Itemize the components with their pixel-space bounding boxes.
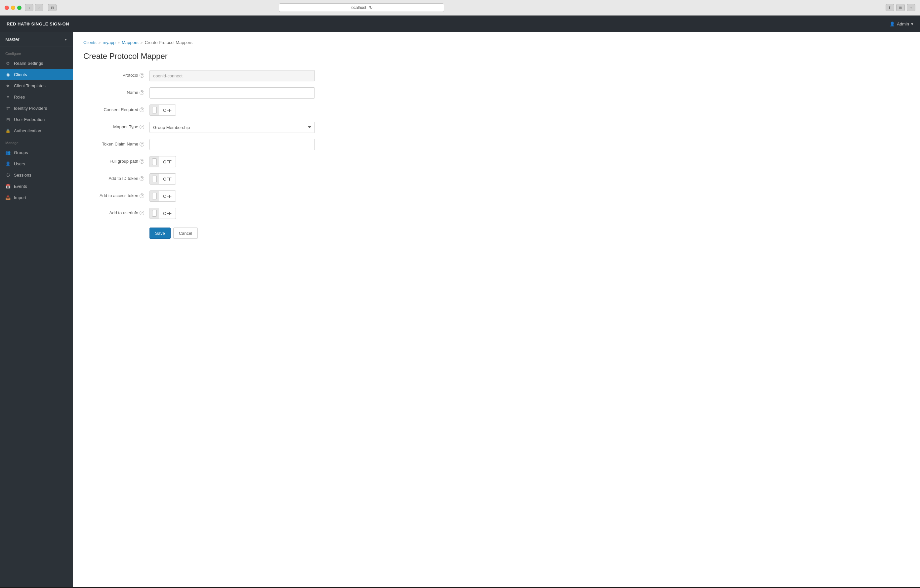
save-button[interactable]: Save — [149, 228, 171, 239]
forward-button[interactable]: › — [35, 4, 43, 11]
breadcrumb-sep-3: » — [141, 40, 143, 45]
manage-section-label: Manage — [0, 136, 73, 147]
sidebar-item-sessions[interactable]: ⏱ Sessions — [0, 169, 73, 181]
sidebar-item-client-templates[interactable]: ❖ Client Templates — [0, 80, 73, 91]
token-claim-name-input[interactable] — [149, 139, 315, 150]
user-chevron-icon: ▾ — [911, 21, 914, 26]
share-button[interactable]: ⬆ — [886, 4, 894, 11]
breadcrumb-mappers[interactable]: Mappers — [122, 40, 139, 45]
user-icon: 👤 — [889, 21, 895, 26]
close-button[interactable] — [5, 6, 9, 10]
add-to-userinfo-row: Add to userinfo ? OFF — [83, 208, 315, 220]
sessions-icon: ⏱ — [5, 172, 11, 178]
breadcrumb-sep-1: » — [99, 40, 101, 45]
toggle-knob — [150, 105, 159, 115]
consent-required-help-icon[interactable]: ? — [139, 107, 144, 112]
sidebar-item-roles[interactable]: ≡ Roles — [0, 91, 73, 102]
sidebar-item-label: Identity Providers — [14, 106, 47, 111]
tab-button[interactable]: ⊞ — [896, 4, 905, 11]
breadcrumb: Clients » myapp » Mappers » Create Proto… — [83, 40, 909, 45]
button-row: Save Cancel — [83, 228, 315, 239]
add-to-id-token-label: Add to ID token ? — [83, 173, 149, 181]
sidebar-item-events[interactable]: 📅 Events — [0, 181, 73, 192]
sidebar-item-label: Groups — [14, 150, 28, 155]
sidebar-item-label: Sessions — [14, 173, 31, 178]
protocol-row: Protocol ? — [83, 70, 315, 82]
nav-buttons: ‹ › — [25, 4, 43, 11]
roles-icon: ≡ — [5, 94, 11, 100]
sidebar-item-label: Roles — [14, 95, 25, 100]
mapper-type-select[interactable]: Group Membership Audience Hardcoded Role… — [149, 122, 315, 133]
full-group-path-row: Full group path ? OFF — [83, 156, 315, 168]
mapper-type-help-icon[interactable]: ? — [139, 125, 144, 129]
sidebar-item-label: Import — [14, 195, 26, 200]
add-to-userinfo-label: Add to userinfo ? — [83, 208, 149, 215]
add-to-id-token-control: OFF — [149, 173, 315, 185]
name-help-icon[interactable]: ? — [139, 90, 144, 95]
content-area: Clients » myapp » Mappers » Create Proto… — [73, 32, 920, 587]
token-claim-name-help-icon[interactable]: ? — [139, 142, 144, 146]
full-group-path-toggle-label: OFF — [159, 159, 176, 164]
toggle-knob — [150, 156, 159, 167]
add-to-access-token-toggle-label: OFF — [159, 194, 176, 199]
toggle-knob — [150, 208, 159, 219]
name-input[interactable] — [149, 87, 315, 99]
breadcrumb-current: Create Protocol Mappers — [144, 40, 193, 45]
protocol-help-icon[interactable]: ? — [139, 73, 144, 78]
realm-chevron-icon: ▼ — [64, 38, 68, 41]
cancel-button[interactable]: Cancel — [173, 228, 198, 239]
sidebar-item-user-federation[interactable]: ⊞ User Federation — [0, 114, 73, 125]
add-to-id-token-row: Add to ID token ? OFF — [83, 173, 315, 185]
add-to-id-token-help-icon[interactable]: ? — [139, 176, 144, 181]
add-to-userinfo-help-icon[interactable]: ? — [139, 211, 144, 215]
sidebar-item-groups[interactable]: 👥 Groups — [0, 147, 73, 158]
add-to-access-token-label: Add to access token ? — [83, 191, 149, 198]
breadcrumb-myapp[interactable]: myapp — [102, 40, 115, 45]
top-navbar: RED HAT® SINGLE SIGN-ON 👤 Admin ▾ — [0, 16, 920, 32]
window-mode-button[interactable]: ⊡ — [48, 4, 57, 11]
sidebar-item-users[interactable]: 👤 Users — [0, 158, 73, 169]
realm-name: Master — [5, 37, 19, 42]
add-to-access-token-control: OFF — [149, 191, 315, 202]
realm-selector[interactable]: Master ▼ — [0, 32, 73, 47]
user-label: Admin — [897, 21, 909, 26]
reload-button[interactable]: ↻ — [369, 5, 373, 10]
brand-logo: RED HAT® SINGLE SIGN-ON — [6, 21, 69, 26]
token-claim-name-row: Token Claim Name ? — [83, 139, 315, 151]
consent-required-toggle[interactable]: OFF — [149, 105, 176, 116]
toggle-knob — [150, 173, 159, 184]
breadcrumb-clients[interactable]: Clients — [83, 40, 97, 45]
sidebar-item-label: Clients — [14, 72, 27, 77]
form-container: Protocol ? Name ? — [83, 70, 315, 239]
toggle-knob-inner — [152, 193, 157, 199]
full-group-path-help-icon[interactable]: ? — [139, 159, 144, 164]
user-menu[interactable]: 👤 Admin ▾ — [889, 21, 914, 26]
mapper-type-row: Mapper Type ? Group Membership Audience … — [83, 122, 315, 134]
sidebar-item-authentication[interactable]: 🔒 Authentication — [0, 125, 73, 136]
consent-required-row: Consent Required ? OFF — [83, 105, 315, 117]
add-to-id-token-toggle[interactable]: OFF — [149, 173, 176, 185]
brand: RED HAT® SINGLE SIGN-ON — [6, 21, 69, 26]
add-to-access-token-row: Add to access token ? OFF — [83, 191, 315, 202]
import-icon: 📥 — [5, 195, 11, 200]
back-button[interactable]: ‹ — [25, 4, 33, 11]
toggle-knob-inner — [152, 159, 157, 165]
sidebar-item-import[interactable]: 📥 Import — [0, 192, 73, 203]
address-bar[interactable]: localhost ↻ — [279, 3, 444, 12]
minimize-button[interactable] — [11, 6, 15, 10]
add-to-userinfo-toggle[interactable]: OFF — [149, 208, 176, 219]
new-tab-button[interactable]: + — [907, 4, 915, 11]
add-to-access-token-help-icon[interactable]: ? — [139, 193, 144, 198]
sidebar-item-clients[interactable]: ◉ Clients — [0, 69, 73, 80]
full-group-path-toggle[interactable]: OFF — [149, 156, 176, 167]
sidebar-item-identity-providers[interactable]: ⇄ Identity Providers — [0, 102, 73, 114]
browser-actions: ⬆ ⊞ + — [886, 4, 915, 11]
protocol-label: Protocol ? — [83, 70, 149, 78]
toggle-knob — [150, 191, 159, 201]
protocol-input — [149, 70, 315, 81]
add-to-access-token-toggle[interactable]: OFF — [149, 191, 176, 202]
sidebar-item-realm-settings[interactable]: ⚙ Realm Settings — [0, 58, 73, 69]
browser-chrome: ‹ › ⊡ localhost ↻ ⬆ ⊞ + — [0, 0, 920, 16]
traffic-lights — [5, 6, 21, 10]
maximize-button[interactable] — [17, 6, 21, 10]
